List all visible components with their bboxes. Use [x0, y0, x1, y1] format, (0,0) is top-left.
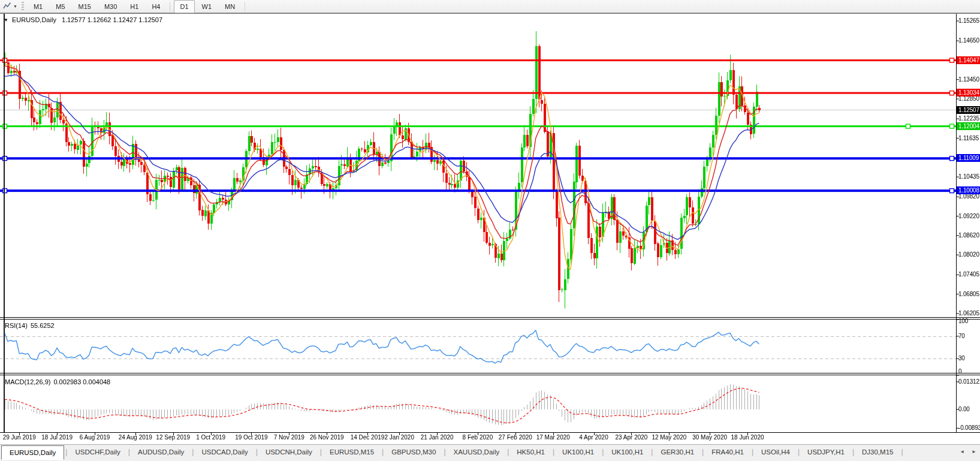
timeframe-buttons: M1M5M15M30H1H4D1W1MN	[27, 0, 248, 13]
symbol-tab-bar: EURUSD,Daily|USDCHF,Daily|AUDUSD,Daily|U…	[0, 444, 980, 461]
toolbar-grip[interactable]	[22, 2, 24, 11]
toolbar-separator	[245, 2, 245, 11]
tab-usdchf-daily[interactable]: USDCHF,Daily	[67, 445, 128, 459]
date-axis[interactable]	[0, 432, 956, 444]
rsi-value: 55.6252	[31, 322, 55, 329]
tab-usdcnh-daily[interactable]: USDCNH,Daily	[258, 445, 320, 459]
timeframe-m1-button[interactable]: M1	[28, 0, 49, 13]
tab-gbpusd-m30[interactable]: GBPUSD,M30	[384, 445, 444, 459]
timeframe-h4-button[interactable]: H4	[146, 0, 166, 13]
tab-ger30-h1[interactable]: GER30,H1	[653, 445, 702, 459]
timeframe-w1-button[interactable]: W1	[196, 0, 218, 13]
tab-uk100-h1[interactable]: UK100,H1	[604, 445, 651, 459]
timeframe-mn-button[interactable]: MN	[219, 0, 241, 13]
tab-xauusd-daily[interactable]: XAUUSD,Daily	[446, 445, 508, 459]
timeframe-h1-button[interactable]: H1	[124, 0, 144, 13]
tab-eurusd-m15[interactable]: EURUSD,M15	[322, 445, 382, 459]
price-axis[interactable]	[956, 13, 980, 432]
chart-type-button[interactable]: ▼	[0, 0, 20, 13]
tab-hk50-h1[interactable]: HK50,H1	[509, 445, 553, 459]
rsi-indicator-label: RSI(14)55.6252	[5, 322, 55, 329]
timeframe-m5-button[interactable]: M5	[50, 0, 71, 13]
timeframe-m15-button[interactable]: M15	[73, 0, 97, 13]
tab-fra40-h1[interactable]: FRA40,H1	[704, 445, 752, 459]
chart-title-quotes: 1.12577 1.12662 1.12427 1.12507	[62, 16, 162, 23]
tab-dj30-m15[interactable]: DJ30,M15	[854, 445, 901, 459]
tab-usoil-h4[interactable]: USOil,H4	[753, 445, 798, 459]
tab-usdcad-daily[interactable]: USDCAD,Daily	[194, 445, 255, 459]
timeframe-d1-button[interactable]: D1	[174, 0, 194, 13]
tab-scroll-left-icon[interactable]: ◄	[960, 449, 964, 454]
tab-scroll-buttons: ◄ ►	[960, 449, 976, 454]
macd-indicator-label: MACD(12,26,9)0.002983 0.004048	[5, 378, 110, 385]
tab-eurusd-daily[interactable]: EURUSD,Daily	[1, 445, 64, 460]
line-chart-icon	[3, 1, 11, 12]
symbol-tabs: EURUSD,Daily|USDCHF,Daily|AUDUSD,Daily|U…	[0, 445, 903, 459]
tab-scroll-right-icon[interactable]: ►	[972, 449, 976, 454]
chevron-down-icon: ▼	[13, 4, 17, 8]
tab-uk100-h1[interactable]: UK100,H1	[554, 445, 602, 459]
macd-values: 0.002983 0.004048	[53, 378, 110, 385]
tab-usdjpy-h1[interactable]: USDJPY,H1	[800, 445, 852, 459]
toolbar-separator	[170, 2, 170, 11]
chart-title-symbol: EURUSD,Daily	[12, 16, 56, 23]
chevron-down-icon: ▼	[4, 17, 8, 23]
tab-separator: |	[901, 448, 903, 456]
timeframe-m30-button[interactable]: M30	[98, 0, 123, 13]
tab-audusd-daily[interactable]: AUDUSD,Daily	[130, 445, 192, 459]
price-chart-canvas[interactable]	[0, 0, 980, 444]
top-toolbar: ▼ M1M5M15M30H1H4D1W1MN	[0, 0, 980, 13]
chart-title: ▼ EURUSD,Daily 1.12577 1.12662 1.12427 1…	[4, 16, 162, 23]
